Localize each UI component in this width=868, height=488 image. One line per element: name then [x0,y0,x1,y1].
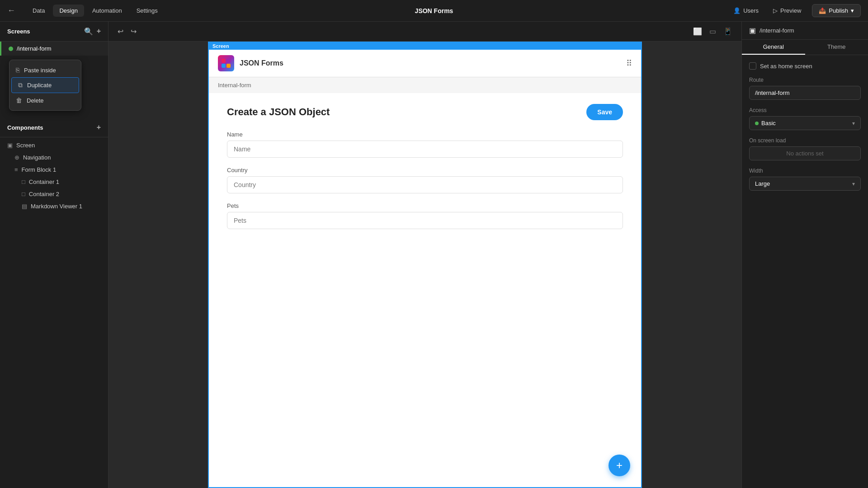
country-field-group: Country [227,167,623,193]
navigation-tree-icon: ⊕ [14,154,19,161]
on-screen-load-label: On screen load [749,137,861,144]
access-value: Basic [761,120,776,127]
toolbar-left: ↩ ↪ [116,25,138,38]
tablet-view-button[interactable]: ▭ [708,25,718,38]
access-select[interactable]: Basic ▾ [749,116,861,130]
form-area: Create a JSON Object Save Name Country [209,93,641,249]
redo-button[interactable]: ↪ [129,25,138,38]
tree-container-1[interactable]: □ Container 1 [0,176,108,188]
screen-item[interactable]: /internal-form [0,42,108,56]
publish-icon: 📤 [819,7,826,14]
svg-rect-2 [222,64,226,68]
tab-theme[interactable]: Theme [805,40,868,55]
tab-data[interactable]: Data [26,5,51,17]
fab-button[interactable]: + [609,455,630,476]
tab-general[interactable]: General [742,40,805,55]
tree-markdown-viewer[interactable]: ▤ Markdown Viewer 1 [0,200,108,212]
screen-bar-label: Screen [212,43,229,49]
width-field: Width Large ▾ [749,168,861,191]
components-label: Components [7,124,43,131]
svg-rect-0 [222,59,226,63]
pets-input[interactable] [227,212,623,229]
add-screen-icon[interactable]: + [97,27,101,36]
delete-icon: 🗑 [16,97,22,104]
no-actions-button[interactable]: No actions set [749,146,861,160]
canvas-area: ↩ ↪ ⬜ ▭ 📱 Screen [108,22,741,488]
screen-preview: Screen JSON Forms ⠿ [208,42,642,488]
component-tree: ▣ Screen ⊕ Navigation ≡ Form Block 1 □ C… [0,137,108,214]
canvas-toolbar: ↩ ↪ ⬜ ▭ 📱 [108,22,741,42]
width-value: Large [755,180,770,187]
app-header: JSON Forms ⠿ [209,50,641,77]
width-select[interactable]: Large ▾ [749,177,861,191]
screens-header: Screens 🔍 + [0,22,108,42]
top-navigation: ← Data Design Automation Settings JSON F… [0,0,868,22]
toolbar-right: ⬜ ▭ 📱 [691,25,734,38]
screen-item-label: /internal-form [17,45,52,52]
tree-form-block[interactable]: ≡ Form Block 1 [0,164,108,176]
canvas-wrapper: Screen JSON Forms ⠿ [108,42,741,488]
left-sidebar: Screens 🔍 + /internal-form ⎘ Paste insid… [0,22,108,488]
name-field-group: Name [227,131,623,158]
app-header-dots-icon: ⠿ [626,58,632,68]
preview-button[interactable]: ▷ Preview [769,5,805,16]
context-menu: ⎘ Paste inside ⧉ Duplicate 🗑 Delete [9,60,81,111]
paste-icon: ⎘ [16,66,19,74]
container2-tree-icon: □ [22,191,25,197]
add-component-icon[interactable]: + [97,123,101,131]
delete-item[interactable]: 🗑 Delete [9,93,81,108]
tab-automation[interactable]: Automation [86,5,128,17]
app-logo [218,55,234,71]
container1-tree-icon: □ [22,178,25,185]
svg-rect-3 [226,64,231,68]
pets-label: Pets [227,202,623,209]
set-home-checkbox[interactable] [749,62,756,70]
on-screen-load-field: On screen load No actions set [749,137,861,160]
panel-body: Set as home screen Route Access Basic ▾ [742,55,868,198]
screen-tree-icon: ▣ [7,142,13,149]
users-icon: 👤 [733,7,741,14]
paste-inside-item[interactable]: ⎘ Paste inside [9,63,81,77]
access-label: Access [749,107,861,113]
nav-tabs: Data Design Automation Settings [26,5,164,17]
main-layout: Screens 🔍 + /internal-form ⎘ Paste insid… [0,22,868,488]
save-button[interactable]: Save [586,104,623,120]
publish-chevron-icon: ▾ [851,7,854,14]
right-panel: ▣ /internal-form General Theme Set as ho… [741,22,868,488]
search-icon[interactable]: 🔍 [84,27,93,36]
width-chevron-icon: ▾ [852,181,855,187]
access-field: Access Basic ▾ [749,107,861,130]
nav-left: ← Data Design Automation Settings [7,5,164,17]
undo-button[interactable]: ↩ [116,25,125,38]
svg-rect-1 [226,59,231,63]
access-green-dot [755,122,759,125]
tree-navigation[interactable]: ⊕ Navigation [0,151,108,164]
tree-screen[interactable]: ▣ Screen [0,139,108,151]
back-button[interactable]: ← [7,6,15,15]
publish-button[interactable]: 📤 Publish ▾ [812,4,861,17]
tab-settings[interactable]: Settings [130,5,164,17]
right-panel-header: ▣ /internal-form [742,22,868,40]
tree-container-2[interactable]: □ Container 2 [0,188,108,200]
breadcrumb: Internal-form [209,77,641,93]
screen-label-bar: Screen [209,42,641,50]
form-header: Create a JSON Object Save [227,104,623,120]
app-title-preview: JSON Forms [240,59,283,67]
set-home-label: Set as home screen [760,63,812,70]
mobile-view-button[interactable]: 📱 [722,25,734,38]
panel-tabs: General Theme [742,40,868,55]
set-home-row: Set as home screen [749,62,861,70]
users-button[interactable]: 👤 Users [730,5,762,16]
nav-right: 👤 Users ▷ Preview 📤 Publish ▾ [730,4,861,17]
duplicate-icon: ⧉ [18,81,23,89]
tab-design[interactable]: Design [53,5,84,17]
country-label: Country [227,167,623,174]
duplicate-item[interactable]: ⧉ Duplicate [11,77,79,93]
name-input[interactable] [227,141,623,158]
country-input[interactable] [227,176,623,193]
access-chevron-icon: ▾ [852,120,855,127]
route-input[interactable] [749,86,861,100]
form-block-tree-icon: ≡ [14,166,18,173]
pets-field-group: Pets [227,202,623,229]
desktop-view-button[interactable]: ⬜ [691,25,704,38]
